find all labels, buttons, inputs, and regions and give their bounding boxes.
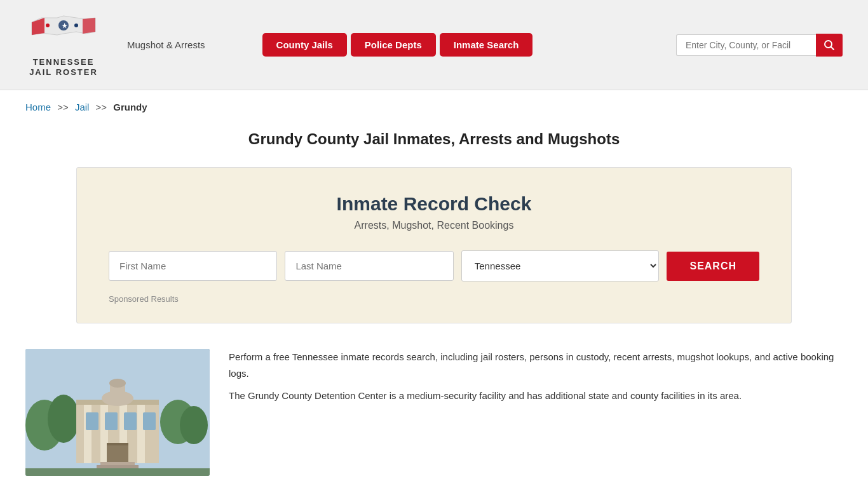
breadcrumb-sep1: >> [57,102,69,112]
svg-point-2 [46,24,50,27]
inmate-record-check-box: Inmate Record Check Arrests, Mugshot, Re… [76,167,792,323]
logo[interactable]: ★ TENNESSEE JAIL ROSTER [25,13,102,77]
logo-image: ★ [25,13,102,57]
record-check-subtitle: Arrests, Mugshot, Recent Bookings [109,220,759,231]
svg-point-19 [109,379,126,388]
svg-point-3 [74,24,78,27]
search-icon [824,39,835,51]
svg-rect-21 [105,412,118,430]
breadcrumb: Home >> Jail >> Grundy [0,90,868,124]
header: ★ TENNESSEE JAIL ROSTER Mugshot & Arrest… [0,0,868,90]
svg-rect-28 [25,468,210,476]
sponsored-results-label: Sponsored Results [109,294,759,304]
breadcrumb-home-link[interactable]: Home [25,102,51,112]
header-search-area [676,34,843,57]
content-description: Perform a free Tennessee inmate records … [229,349,843,476]
county-jails-button[interactable]: County Jails [262,33,347,57]
svg-rect-24 [107,443,128,463]
record-search-form: Tennessee Alabama Georgia Kentucky SEARC… [109,250,759,281]
content-paragraph-1: Perform a free Tennessee inmate records … [229,349,843,381]
content-area: Perform a free Tennessee inmate records … [0,342,868,488]
svg-rect-26 [100,462,135,465]
inmate-search-button[interactable]: Inmate Search [440,33,533,57]
svg-rect-20 [86,412,98,430]
police-depts-button[interactable]: Police Depts [351,33,436,57]
jail-image [25,349,210,476]
svg-rect-25 [107,443,128,445]
first-name-input[interactable] [109,251,277,281]
svg-text:★: ★ [62,22,68,29]
header-search-input[interactable] [676,34,816,56]
svg-line-5 [831,46,834,50]
record-check-title: Inmate Record Check [109,193,759,215]
logo-text-line1: TENNESSEE [29,57,98,67]
svg-rect-22 [124,412,137,430]
building-illustration [25,349,210,476]
mugshot-arrests-label: Mugshot & Arrests [127,39,205,50]
svg-rect-23 [143,412,156,430]
record-search-button[interactable]: SEARCH [667,252,759,281]
state-shape-icon: ★ [29,13,98,41]
svg-rect-27 [97,465,139,468]
last-name-input[interactable] [285,251,453,281]
svg-point-10 [180,406,208,444]
breadcrumb-current: Grundy [113,102,147,112]
content-paragraph-2: The Grundy County Detention Center is a … [229,388,843,404]
logo-text-line2: JAIL ROSTER [29,67,98,78]
page-title: Grundy County Jail Inmates, Arrests and … [0,124,868,167]
state-select[interactable]: Tennessee Alabama Georgia Kentucky [461,250,660,281]
breadcrumb-jail-link[interactable]: Jail [75,102,90,112]
header-search-button[interactable] [816,34,843,57]
svg-point-8 [48,395,79,443]
nav-buttons: County Jails Police Depts Inmate Search [262,33,533,57]
breadcrumb-sep2: >> [96,102,107,112]
